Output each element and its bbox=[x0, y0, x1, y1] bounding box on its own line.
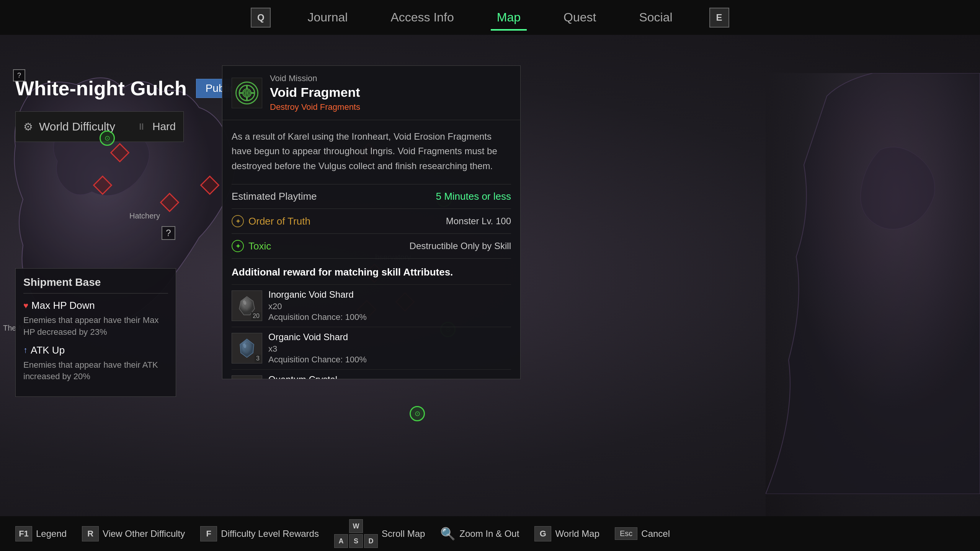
marker-question-2[interactable]: ? bbox=[13, 69, 25, 82]
map-marker-green-1[interactable]: ⊙ bbox=[100, 130, 115, 146]
zoom-icon: 🔍 bbox=[440, 527, 456, 541]
nav-item-social[interactable]: Social bbox=[633, 7, 678, 28]
nav-key-q[interactable]: Q bbox=[251, 8, 271, 28]
truth-name: Order of Truth bbox=[248, 215, 441, 227]
nav-item-quest[interactable]: Quest bbox=[557, 7, 602, 28]
difficulty-separator: ⏸ bbox=[137, 121, 146, 132]
terrain-right bbox=[766, 73, 980, 516]
a-key: A bbox=[334, 534, 348, 548]
mission-icon bbox=[235, 82, 258, 104]
w-key: W bbox=[349, 519, 363, 533]
effect-atk-title: ↑ ATK Up bbox=[23, 344, 168, 356]
arrow-icon: ↑ bbox=[23, 345, 28, 355]
map-area: White-night Gulch Public ⚙ World Difficu… bbox=[0, 35, 980, 516]
difficulty-rewards-label: Difficulty Level Rewards bbox=[221, 528, 319, 539]
nav-item-access-info[interactable]: Access Info bbox=[384, 7, 460, 28]
g-key: G bbox=[534, 526, 551, 541]
toxic-detail: Destructible Only by Skill bbox=[410, 241, 511, 251]
world-name: White-night Gulch bbox=[15, 77, 187, 100]
mission-name: Void Fragment bbox=[270, 85, 511, 100]
world-map-label: World Map bbox=[555, 528, 599, 539]
organic-info: Organic Void Shard x3 Acquisition Chance… bbox=[268, 332, 511, 365]
effect-max-hp: ♥ Max HP Down Enemies that appear have t… bbox=[23, 300, 168, 338]
nav-item-journal[interactable]: Journal bbox=[301, 7, 354, 28]
organic-chance: Acquisition Chance: 100% bbox=[268, 355, 511, 365]
esc-key: Esc bbox=[615, 527, 637, 540]
difficulty-rewards-button[interactable]: F Difficulty Level Rewards bbox=[200, 526, 319, 541]
nav-key-e[interactable]: E bbox=[709, 8, 729, 28]
organic-count: 3 bbox=[255, 355, 261, 362]
inorganic-count: 20 bbox=[251, 312, 261, 320]
tag-order-of-truth: ✦ Order of Truth Monster Lv. 100 bbox=[232, 209, 511, 233]
nav-item-map[interactable]: Map bbox=[491, 7, 527, 28]
top-nav: Q Journal Access Info Map Quest Social E bbox=[0, 0, 980, 35]
mission-type: Void Mission bbox=[270, 73, 511, 83]
reward-item-crystal: 750 Quantum Crystal x750 Acquisition Cha… bbox=[232, 369, 511, 379]
zoom-button[interactable]: 🔍 Zoom In & Out bbox=[440, 527, 519, 541]
svg-point-1 bbox=[244, 90, 250, 96]
svg-rect-3 bbox=[246, 97, 248, 101]
marker-question-1[interactable]: ? bbox=[162, 226, 175, 240]
scroll-map-label: Scroll Map bbox=[382, 528, 425, 539]
difficulty-value: Hard bbox=[152, 121, 176, 133]
inorganic-qty: x20 bbox=[268, 302, 511, 311]
organic-shard-icon-wrap: 3 bbox=[232, 333, 262, 364]
truth-icon: ✦ bbox=[232, 215, 244, 227]
reward-header: Additional reward for matching skill Att… bbox=[232, 258, 511, 284]
mission-icon-wrapper bbox=[232, 78, 262, 108]
mission-header: Void Mission Void Fragment Destroy Void … bbox=[222, 66, 520, 120]
effect-atk-up: ↑ ATK Up Enemies that appear have their … bbox=[23, 344, 168, 383]
toxic-name: Toxic bbox=[248, 240, 405, 252]
scroll-map-button[interactable]: W A S D Scroll Map bbox=[334, 519, 425, 548]
toxic-icon: ✦ bbox=[232, 240, 244, 252]
map-marker-green-5[interactable]: ⊙ bbox=[410, 406, 425, 421]
shipment-tooltip: Shipment Base ♥ Max HP Down Enemies that… bbox=[15, 268, 176, 397]
inorganic-name: Inorganic Void Shard bbox=[268, 289, 511, 300]
organic-qty: x3 bbox=[268, 344, 511, 354]
effect-max-hp-desc: Enemies that appear have their Max HP de… bbox=[23, 315, 168, 338]
effect-atk-desc: Enemies that appear have their ATK incre… bbox=[23, 359, 168, 383]
playtime-label: Estimated Playtime bbox=[232, 191, 317, 202]
legend-button[interactable]: F1 Legend bbox=[15, 526, 67, 541]
tag-toxic: ✦ Toxic Destructible Only by Skill bbox=[232, 233, 511, 258]
world-map-button[interactable]: G World Map bbox=[534, 526, 599, 541]
cancel-label: Cancel bbox=[641, 528, 670, 539]
difficulty-label: World Difficulty bbox=[39, 120, 131, 133]
playtime-value: 5 Minutes or less bbox=[436, 191, 511, 202]
crystal-info: Quantum Crystal x750 Acquisition Chance:… bbox=[268, 374, 511, 379]
playtime-stat: Estimated Playtime 5 Minutes or less bbox=[232, 184, 511, 209]
svg-rect-7 bbox=[247, 91, 248, 95]
location-hatchery: Hatchery bbox=[129, 212, 160, 220]
zoom-label: Zoom In & Out bbox=[459, 528, 519, 539]
difficulty-icon: ⚙ bbox=[23, 121, 33, 133]
r-key: R bbox=[82, 526, 99, 541]
mission-panel: Void Mission Void Fragment Destroy Void … bbox=[222, 65, 521, 379]
f-key: F bbox=[200, 526, 217, 541]
view-other-difficulty-button[interactable]: R View Other Difficulty bbox=[82, 526, 185, 541]
effect-max-hp-title: ♥ Max HP Down bbox=[23, 300, 168, 311]
organic-name: Organic Void Shard bbox=[268, 332, 511, 342]
view-difficulty-label: View Other Difficulty bbox=[103, 528, 185, 539]
mission-description: As a result of Karel using the Ironheart… bbox=[232, 129, 511, 173]
mission-info: Void Mission Void Fragment Destroy Void … bbox=[270, 73, 511, 112]
cancel-button[interactable]: Esc Cancel bbox=[615, 527, 670, 540]
wasd-keys: W A S D bbox=[334, 519, 378, 548]
s-key: S bbox=[349, 534, 363, 548]
heart-icon: ♥ bbox=[23, 301, 28, 311]
d-key: D bbox=[364, 534, 378, 548]
mission-subtitle: Destroy Void Fragments bbox=[270, 102, 511, 112]
inorganic-shard-icon-wrap: 20 bbox=[232, 290, 262, 321]
reward-item-inorganic: 20 Inorganic Void Shard x20 Acquisition … bbox=[232, 284, 511, 327]
reward-item-organic: 3 Organic Void Shard x3 Acquisition Chan… bbox=[232, 327, 511, 369]
crystal-icon-wrap: 750 bbox=[232, 375, 262, 379]
svg-rect-6 bbox=[245, 91, 247, 95]
bottom-bar: F1 Legend R View Other Difficulty F Diff… bbox=[0, 516, 980, 551]
inorganic-chance: Acquisition Chance: 100% bbox=[268, 312, 511, 322]
crystal-name: Quantum Crystal bbox=[268, 374, 511, 379]
svg-rect-5 bbox=[251, 92, 255, 94]
shipment-title: Shipment Base bbox=[23, 276, 168, 293]
svg-rect-2 bbox=[246, 85, 248, 89]
mission-body: As a result of Karel using the Ironheart… bbox=[222, 120, 520, 379]
svg-rect-4 bbox=[239, 92, 243, 94]
f1-key: F1 bbox=[15, 526, 32, 541]
